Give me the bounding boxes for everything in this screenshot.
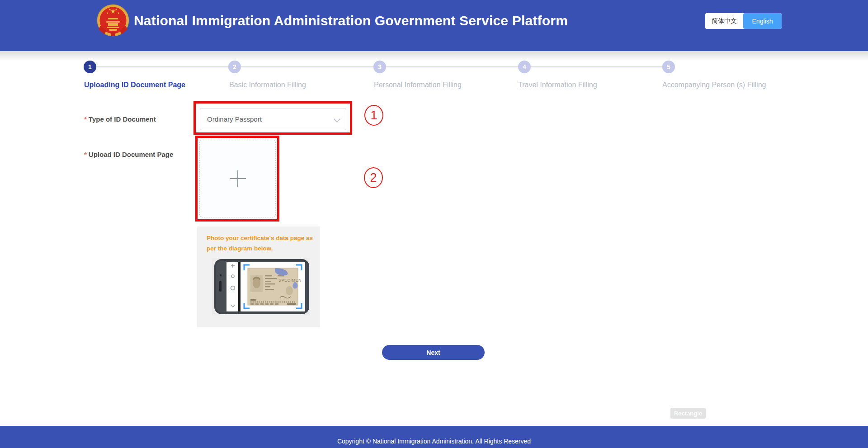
page: National Immigration Administration Gove… bbox=[0, 0, 868, 448]
specimen-text: SPECIMEN bbox=[278, 278, 302, 283]
photo-instruction-text: Photo your certificate's data page as pe… bbox=[207, 233, 314, 254]
type-of-id-label: *Type of ID Document bbox=[84, 115, 156, 123]
step-circle-5: 5 bbox=[662, 61, 675, 73]
required-mark: * bbox=[84, 115, 87, 123]
step-connector bbox=[386, 66, 518, 67]
step-circle-3: 3 bbox=[373, 61, 386, 73]
step-circle-2: 2 bbox=[228, 61, 241, 73]
step-label-uploading-id: Uploading ID Document Page bbox=[84, 81, 185, 89]
step-circle-1: 1 bbox=[84, 61, 96, 73]
upload-id-label: *Upload ID Document Page bbox=[84, 151, 173, 158]
chevron-down-icon bbox=[334, 116, 341, 123]
photo-instruction-panel: Photo your certificate's data page as pe… bbox=[197, 226, 320, 327]
annotation-number-1: 1 bbox=[364, 105, 383, 126]
step-connector bbox=[531, 66, 662, 67]
phone-camera-illustration: SPECIMEN bbox=[212, 258, 310, 316]
language-toggle: 简体中文 English bbox=[705, 13, 782, 29]
next-button[interactable]: Next bbox=[382, 345, 485, 360]
select-value: Ordinary Passport bbox=[207, 108, 262, 130]
step-label-basic-info: Basic Information Filling bbox=[229, 81, 306, 89]
step-circle-4: 4 bbox=[518, 61, 531, 73]
phone-diagram-image: SPECIMEN bbox=[212, 258, 310, 316]
rectangle-tool-button[interactable]: Rectangle bbox=[670, 408, 706, 419]
step-label-personal-info: Personal Information Filling bbox=[374, 81, 462, 89]
header-shadow bbox=[0, 51, 868, 61]
step-connector bbox=[96, 66, 228, 67]
copyright-text: Copyright © National Immigration Adminis… bbox=[0, 438, 868, 445]
lang-button-english[interactable]: English bbox=[743, 13, 782, 29]
lang-button-chinese[interactable]: 简体中文 bbox=[705, 13, 743, 29]
national-emblem-icon bbox=[96, 3, 130, 39]
page-title: National Immigration Administration Gove… bbox=[134, 11, 631, 31]
plus-icon bbox=[237, 170, 238, 187]
upload-id-document-dropzone[interactable] bbox=[199, 140, 276, 217]
id-document-type-select[interactable]: Ordinary Passport bbox=[200, 108, 346, 130]
annotation-number-2: 2 bbox=[364, 167, 383, 188]
step-connector bbox=[241, 66, 373, 67]
step-label-accompanying: Accompanying Person (s) Filling bbox=[662, 81, 766, 89]
step-label-travel-info: Travel Information Filling bbox=[518, 81, 597, 89]
footer-bar: Copyright © National Immigration Adminis… bbox=[0, 426, 868, 448]
required-mark: * bbox=[84, 151, 87, 158]
